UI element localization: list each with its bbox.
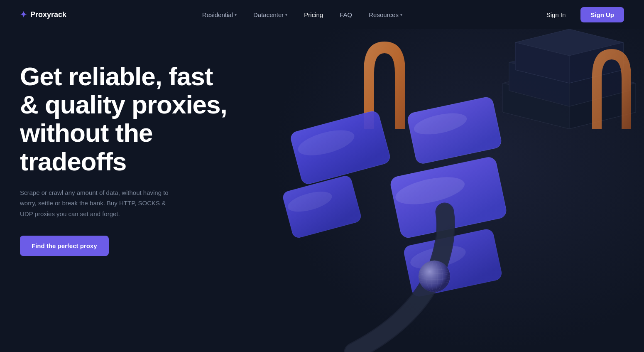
sphere [419, 261, 450, 292]
logo-icon: ✦ [20, 10, 27, 20]
nav-label-resources: Resources [369, 11, 399, 18]
hero-section: Get reliable, fast & quality proxies, wi… [0, 29, 644, 352]
logo-text: Proxyrack [30, 10, 66, 19]
nav-item-residential[interactable]: Residential ▾ [196, 8, 243, 22]
nav-item-pricing[interactable]: Pricing [297, 8, 330, 22]
signin-button[interactable]: Sign In [538, 8, 574, 22]
nav-label-pricing: Pricing [304, 11, 323, 18]
cta-button[interactable]: Find the perfect proxy [20, 236, 109, 256]
nav-auth: Sign In Sign Up [538, 7, 624, 22]
chevron-down-icon: ▾ [285, 12, 287, 17]
nav-item-datacenter[interactable]: Datacenter ▾ [247, 8, 294, 22]
hero-3d-scene [270, 29, 644, 352]
navbar: ✦ Proxyrack Residential ▾ Datacenter ▾ P… [0, 0, 644, 29]
cube-stack-group [503, 29, 636, 129]
nav-label-residential: Residential [202, 11, 233, 18]
chevron-down-icon: ▾ [400, 12, 402, 17]
nav-label-datacenter: Datacenter [253, 11, 284, 18]
brand-logo[interactable]: ✦ Proxyrack [20, 10, 66, 20]
hero-subtitle: Scrape or crawl any amount of data, with… [20, 187, 178, 219]
chevron-down-icon: ▾ [235, 12, 237, 17]
nav-links: Residential ▾ Datacenter ▾ Pricing FAQ R… [196, 8, 409, 22]
hero-title: Get reliable, fast & quality proxies, wi… [20, 62, 236, 176]
nav-item-faq[interactable]: FAQ [333, 8, 359, 22]
nav-label-faq: FAQ [340, 11, 352, 18]
signup-button[interactable]: Sign Up [580, 7, 624, 22]
nav-item-resources[interactable]: Resources ▾ [362, 8, 409, 22]
hero-content: Get reliable, fast & quality proxies, wi… [20, 62, 236, 256]
scene-svg [270, 29, 644, 352]
